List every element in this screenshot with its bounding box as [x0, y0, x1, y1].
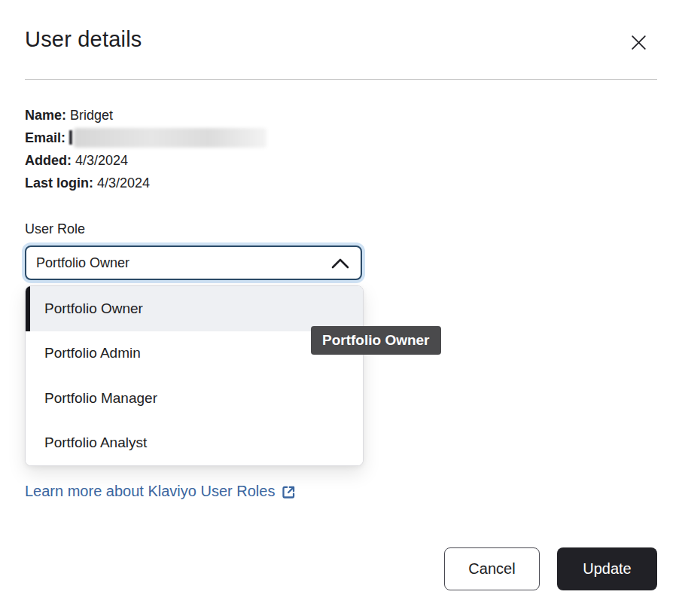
detail-row-email: Email: [25, 127, 266, 149]
learn-more-link[interactable]: Learn more about Klaviyo User Roles [25, 483, 297, 500]
close-icon [629, 33, 648, 52]
detail-value: 4/3/2024 [75, 153, 128, 168]
cancel-button[interactable]: Cancel [444, 547, 540, 590]
update-button[interactable]: Update [557, 547, 657, 590]
learn-more-label: Learn more about Klaviyo User Roles [25, 483, 275, 500]
external-link-icon [281, 484, 297, 500]
header-divider [25, 79, 657, 80]
user-role-selected-value: Portfolio Owner [36, 255, 129, 271]
detail-label: Name: [25, 108, 66, 123]
option-label: Portfolio Manager [44, 390, 157, 407]
close-button[interactable] [626, 30, 650, 54]
user-role-label: User Role [25, 221, 85, 237]
chevron-up-icon [330, 257, 350, 270]
option-portfolio-analyst[interactable]: Portfolio Analyst [26, 421, 363, 466]
user-details-list: Name: Bridget Email: Added: 4/3/2024 Las… [25, 104, 266, 194]
detail-value: 4/3/2024 [97, 175, 150, 191]
redacted-email-fragment [69, 130, 72, 145]
user-details-modal: User details Name: Bridget Email: Added:… [0, 0, 682, 616]
detail-value: Bridget [70, 108, 113, 123]
detail-row-last-login: Last login: 4/3/2024 [25, 172, 266, 194]
option-portfolio-owner[interactable]: Portfolio Owner [26, 286, 363, 331]
detail-row-added: Added: 4/3/2024 [25, 149, 266, 172]
detail-label: Email: [25, 130, 65, 145]
option-label: Portfolio Owner [44, 300, 143, 317]
redacted-email-value [74, 128, 266, 148]
detail-label: Added: [25, 153, 72, 168]
detail-row-name: Name: Bridget [25, 104, 266, 127]
option-label: Portfolio Admin [44, 345, 141, 361]
option-label: Portfolio Analyst [44, 435, 147, 451]
page-title: User details [25, 27, 142, 52]
role-tooltip: Portfolio Owner [311, 326, 441, 355]
option-portfolio-manager[interactable]: Portfolio Manager [26, 376, 363, 421]
user-role-select[interactable]: Portfolio Owner [25, 245, 362, 280]
detail-label: Last login: [25, 175, 93, 191]
user-role-listbox: Portfolio Owner Portfolio Admin Portfoli… [25, 285, 364, 466]
